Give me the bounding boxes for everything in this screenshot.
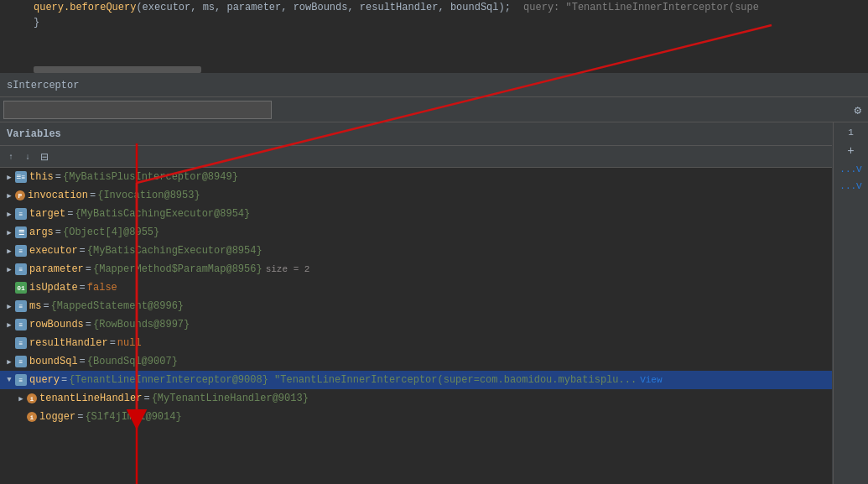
search-input[interactable] (3, 101, 272, 119)
code-method: query.beforeQuery (34, 2, 136, 13)
field-icon-this: ≡ (15, 171, 27, 183)
var-value-resulthandler: null (117, 337, 142, 349)
var-value-target: {MyBatisCachingExecutor@8954} (75, 208, 250, 220)
expand-executor[interactable] (3, 245, 15, 257)
add-button[interactable]: + (844, 143, 857, 159)
var-row-ms[interactable]: ≡ ms = {MappedStatement@8996} (0, 297, 832, 315)
icon-boundsql: ≡ (15, 356, 27, 367)
var-value-query: {TenantLineInnerInterceptor@9008} "Tenan… (69, 374, 637, 386)
var-row-boundsql[interactable]: ≡ boundSql = {BoundSql@9007} (0, 352, 832, 371)
var-name-args: args (29, 226, 54, 238)
expand-query[interactable] (3, 374, 15, 386)
var-name-query: query (29, 374, 60, 386)
code-line-1: query.beforeQuery(executor, ms, paramete… (0, 0, 868, 15)
var-value-boundsql: {BoundSql@9007} (87, 356, 178, 367)
icon-tenantlinehandler: i (27, 393, 37, 403)
var-name-target: target (29, 208, 65, 220)
expand-args[interactable] (3, 226, 15, 238)
icon-query: ≡ (15, 374, 27, 386)
variables-controls: ↑ ↓ ⊟ (0, 146, 832, 168)
var-name-invocation: invocation (28, 190, 88, 201)
icon-resulthandler: ≡ (15, 337, 27, 349)
interceptor-title-label: sInterceptor (7, 80, 79, 91)
variables-label: Variables (0, 128, 61, 140)
var-value-args: {Object[4]@8955} (63, 226, 159, 238)
scroll-down-button[interactable]: ↓ (20, 149, 35, 164)
var-value-invocation: {Invocation@8953} (97, 190, 200, 201)
variables-header: Variables (0, 122, 832, 146)
icon-logger: i (27, 412, 37, 422)
var-value-rowbounds: {RowBounds@8997} (93, 319, 190, 330)
expand-boundsql[interactable] (3, 356, 15, 367)
expand-tenantlinehandler[interactable] (15, 393, 27, 404)
scroll-up-button[interactable]: ↑ (3, 149, 18, 164)
view-link-2[interactable]: ...V (838, 180, 863, 193)
var-row-resulthandler[interactable]: ≡ resultHandler = null (0, 334, 832, 352)
icon-args: ☰ (15, 226, 27, 238)
var-row-rowbounds[interactable]: ≡ rowBounds = {RowBounds@8997} (0, 315, 832, 334)
gear-icon[interactable]: ⚙ (855, 102, 861, 117)
var-name-logger: logger (39, 411, 75, 423)
icon-executor: ≡ (15, 245, 27, 257)
var-name-executor: executor (29, 245, 78, 257)
var-name-parameter: parameter (29, 263, 84, 275)
expand-target[interactable] (3, 208, 15, 220)
var-name-isupdate: isUpdate (29, 282, 78, 294)
var-row-target[interactable]: ≡ target = {MyBatisCachingExecutor@8954} (0, 205, 832, 223)
icon-parameter: ≡ (15, 263, 27, 275)
var-value-tenantlinehandler: {MyTenantLineHandler@9013} (152, 393, 309, 404)
code-line-2: } (0, 15, 868, 30)
var-value-isupdate: false (87, 282, 117, 294)
var-value-this: {MyBatisPlusInterceptor@8949} (63, 171, 238, 183)
var-name-this: this (29, 171, 54, 183)
var-value-ms: {MappedStatement@8996} (51, 300, 184, 312)
var-row-invocation[interactable]: P invocation = {Invocation@8953} (0, 186, 832, 205)
var-value-parameter: {MapperMethod$ParamMap@8956} (93, 263, 262, 275)
expand-this[interactable] (3, 171, 15, 183)
search-bar: ⚙ (0, 97, 868, 122)
var-row-executor[interactable]: ≡ executor = {MyBatisCachingExecutor@895… (0, 242, 832, 260)
variables-panel: Variables ↑ ↓ ⊟ ≡ this = {MyBatisPlusInt… (0, 122, 833, 484)
panel-number: 1 (846, 126, 855, 139)
expand-rowbounds[interactable] (3, 319, 15, 330)
interceptor-title-bar: sInterceptor (0, 74, 868, 97)
var-row-tenantlinehandler[interactable]: i tenantLineHandler = {MyTenantLineHandl… (0, 389, 832, 408)
expand-parameter[interactable] (3, 263, 15, 275)
view-link-query[interactable]: View (640, 375, 662, 385)
right-panel: 1 + ...V ...V (833, 122, 868, 484)
debug-panel: Variables ↑ ↓ ⊟ ≡ this = {MyBatisPlusInt… (0, 122, 868, 484)
var-row-parameter[interactable]: ≡ parameter = {MapperMethod$ParamMap@895… (0, 260, 832, 278)
expand-invocation[interactable] (3, 190, 15, 201)
icon-target: ≡ (15, 208, 27, 220)
var-row-isupdate[interactable]: 01 isUpdate = false (0, 278, 832, 297)
var-row-query[interactable]: ≡ query = {TenantLineInnerInterceptor@90… (0, 371, 832, 389)
view-link-1[interactable]: ...V (838, 163, 863, 176)
var-row-args[interactable]: ☰ args = {Object[4]@8955} (0, 223, 832, 242)
var-row-this[interactable]: ≡ this = {MyBatisPlusInterceptor@8949} (0, 168, 832, 186)
var-name-boundsql: boundSql (29, 356, 78, 367)
var-size-parameter: size = 2 (266, 264, 310, 274)
var-name-rowbounds: rowBounds (29, 319, 84, 330)
expand-ms[interactable] (3, 300, 15, 312)
icon-ms: ≡ (15, 300, 27, 312)
var-name-tenantlinehandler: tenantLineHandler (39, 393, 142, 404)
icon-rowbounds: ≡ (15, 319, 27, 330)
variables-list: ≡ this = {MyBatisPlusInterceptor@8949} P… (0, 168, 832, 484)
var-name-ms: ms (29, 300, 41, 312)
filter-button[interactable]: ⊟ (37, 149, 52, 164)
icon-isupdate: 01 (15, 282, 27, 294)
horizontal-scrollbar[interactable] (34, 66, 201, 73)
var-name-resulthandler: resultHandler (29, 337, 108, 349)
var-row-logger[interactable]: i logger = {Slf4jImpl@9014} (0, 408, 832, 426)
icon-invocation: P (15, 190, 25, 200)
code-area: query.beforeQuery(executor, ms, paramete… (0, 0, 868, 74)
var-value-executor: {MyBatisCachingExecutor@8954} (87, 245, 262, 257)
var-value-logger: {Slf4jImpl@9014} (85, 411, 181, 423)
